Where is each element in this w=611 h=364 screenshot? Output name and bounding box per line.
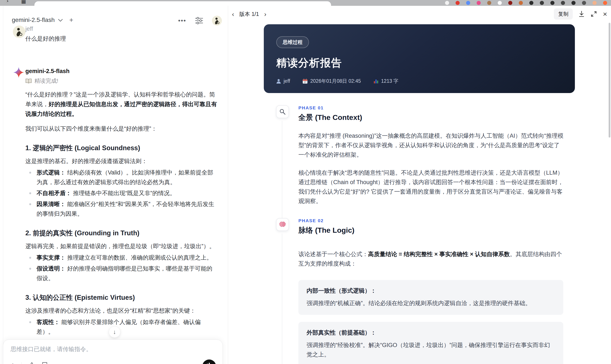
phase-label: PHASE 01: [298, 105, 575, 110]
card-title: 外部真实性（前提基础）：: [306, 329, 555, 337]
browser-chrome-bar: ◔ ▦: [0, 0, 611, 6]
reload-icon[interactable]: ◔: [6, 0, 9, 4]
settings-sliders-icon[interactable]: [195, 17, 203, 25]
extension-icon[interactable]: [498, 1, 502, 5]
assistant-message: gemini-2.5-flash 精读完成! “什么是好的推理？”这是一个涉及逻…: [13, 68, 215, 364]
expand-fullscreen-icon[interactable]: [590, 11, 597, 17]
section-heading: 2. 前提的真实性 (Grounding in Truth): [25, 229, 217, 238]
attach-plus-button[interactable]: +: [11, 362, 15, 364]
phase-lead: 该论述基于一个核心公式：高质量结论 = 结构完整性 × 事实准确性 × 认知自律…: [298, 249, 565, 268]
prev-version-button[interactable]: ‹: [232, 11, 234, 17]
svg-text:17: 17: [304, 81, 306, 83]
card-title: 内部一致性（形式逻辑）：: [306, 287, 555, 295]
list-item: 客观性： 能够识别并尽量排除个人偏见（如幸存者偏差、确认偏差）。: [25, 317, 217, 337]
extension-icon[interactable]: [571, 1, 575, 5]
account-avatar[interactable]: [212, 16, 222, 26]
extension-icon[interactable]: [487, 1, 491, 5]
more-options-button[interactable]: •••: [178, 17, 186, 24]
bookmark-icon[interactable]: [42, 362, 48, 364]
user-avatar: [13, 26, 25, 38]
sparkle-tools-icon[interactable]: [28, 362, 36, 364]
copy-button[interactable]: 复制: [554, 8, 573, 20]
brain-icon: [276, 218, 289, 231]
report-title: 精读分析报告: [276, 56, 562, 70]
extension-icon[interactable]: [593, 1, 597, 5]
meta-author: jeff: [284, 78, 290, 84]
section-lead: 这涉及推理者的心态和方法论，也是区分“杠精”和“思想家”的关键：: [25, 306, 217, 316]
section-lead: 逻辑再完美，如果前提是错误的，推理也是垃圾（即“垃圾进，垃圾出”）。: [25, 242, 217, 251]
chat-panel: gemini-2.5-flash + •••: [0, 6, 228, 364]
word-count-icon: [373, 79, 379, 84]
phase-label: PHASE 02: [298, 218, 575, 223]
version-label: 版本 1/1: [239, 11, 259, 18]
download-icon[interactable]: [578, 11, 585, 17]
phase-paragraph: 核心情境在于解决“思考的随意性”问题。不论是人类通过批判性思维进行决策，还是大语…: [298, 168, 565, 206]
list-item: 不自相矛盾： 推理链条中不能出现“既是又非”的情况。: [25, 188, 217, 198]
bullet-list: 形式逻辑： 结构必须有效（Valid）。比如演绎推理中，如果前提全部为真，那么通…: [25, 168, 217, 219]
list-item: 形式逻辑： 结构必须有效（Valid）。比如演绎推理中，如果前提全部为真，那么通…: [25, 168, 217, 187]
dimension-card: 外部真实性（前提基础）： 强调推理的“经验校准”。解决“GIGO（垃圾进，垃圾出…: [298, 322, 563, 364]
assistant-name: gemini-2.5-flash: [25, 68, 215, 75]
user-message: jeff 什么是好的推理: [13, 26, 215, 42]
document-panel: ‹ 版本 1/1 › 复制 ×: [228, 6, 611, 364]
scrollbar-thumb[interactable]: [609, 23, 610, 138]
user-name: jeff: [25, 26, 215, 32]
new-chat-button[interactable]: +: [69, 16, 73, 23]
dimension-card: 内部一致性（形式逻辑）： 强调推理的“机械正确”。结论必须在给定的规则系统内逻辑…: [298, 280, 563, 315]
browser-url-bar[interactable]: [34, 1, 331, 6]
hero-badge: 思维过程: [276, 36, 309, 48]
browser-nav-icons: ◔ ▦: [6, 0, 26, 4]
calendar-icon: 17: [303, 79, 308, 84]
chat-header: gemini-2.5-flash + •••: [0, 6, 228, 26]
section-lead: 这是推理的基石。好的推理必须遵循逻辑法则：: [25, 156, 217, 166]
extension-icon[interactable]: [582, 1, 586, 5]
next-version-button[interactable]: ›: [264, 11, 266, 17]
voice-input-button[interactable]: [202, 360, 216, 364]
phase-section-context: PHASE 01 全景 (The Context) 本内容是对“推理 (Reas…: [264, 105, 575, 206]
app-window: gemini-2.5-flash + •••: [0, 6, 611, 364]
bullet-list: 事实支撑： 推理建立在可靠的数据、准确的观测或公认的真理之上。 假设透明： 好的…: [25, 253, 217, 283]
extension-icon[interactable]: [603, 1, 607, 5]
model-title[interactable]: gemini-2.5-flash: [12, 16, 55, 23]
extension-icon[interactable]: [561, 1, 565, 5]
close-icon[interactable]: ×: [603, 10, 607, 18]
list-item: 事实支撑： 推理建立在可靠的数据、准确的观测或公认的真理之上。: [25, 253, 217, 263]
grid-icon[interactable]: ▦: [21, 0, 26, 4]
chevron-down-icon[interactable]: [58, 19, 63, 22]
document-scroll-area[interactable]: 思维过程 精读分析报告 jeff 17 2026年01月08日 02:45: [228, 22, 611, 364]
document-toolbar: ‹ 版本 1/1 › 复制 ×: [228, 6, 611, 22]
user-message-text: 什么是好的推理: [25, 35, 215, 42]
extension-icon[interactable]: [477, 1, 481, 5]
message-composer[interactable]: 思维接口已就绪，请传输指令。 +: [3, 339, 223, 364]
extension-icon[interactable]: [456, 1, 460, 5]
book-icon: [25, 78, 32, 84]
list-item: 假设透明： 好的推理会明确指明哪些是已知事实，哪些是基于可能的假设。: [25, 264, 217, 283]
assistant-overview: 我们可以从以下四个维度来衡量什么是“好的推理”：: [25, 124, 217, 134]
extension-icon[interactable]: [540, 1, 544, 5]
author-icon: [276, 79, 281, 84]
extension-icon[interactable]: [519, 1, 523, 5]
extension-icon[interactable]: [508, 1, 512, 5]
card-body: 强调推理的“经验校准”。解决“GIGO（垃圾进，垃圾出）”问题，确保推理引擎运行…: [306, 340, 555, 359]
section-heading: 3. 认知的公正性 (Epistemic Virtues): [25, 293, 217, 302]
composer-placeholder: 思维接口已就绪，请传输指令。: [11, 345, 215, 353]
phase-title: 脉络 (The Logic): [298, 225, 575, 235]
report-hero-card: 思维过程 精读分析报告 jeff 17 2026年01月08日 02:45: [264, 24, 575, 93]
browser-extensions-row: [445, 1, 607, 5]
phase-section-logic: PHASE 02 脉络 (The Logic) 该论述基于一个核心公式：高质量结…: [264, 218, 575, 364]
gemini-logo-icon: [13, 67, 24, 78]
assistant-status: 精读完成!: [25, 77, 215, 85]
scroll-to-bottom-button[interactable]: ↓: [109, 326, 120, 338]
extension-icon[interactable]: [529, 1, 533, 5]
arrow-down-icon: ↓: [113, 328, 116, 335]
chat-scroll-area[interactable]: jeff 什么是好的推理 gemini-2.5-flash: [0, 26, 228, 364]
section-heading: 1. 逻辑的严密性 (Logical Soundness): [25, 143, 217, 153]
report-meta: jeff 17 2026年01月08日 02:45 1213 字: [276, 78, 562, 84]
extension-icon[interactable]: [466, 1, 470, 5]
meta-word-count: 1213 字: [381, 78, 398, 84]
extension-icon[interactable]: [550, 1, 555, 5]
extension-icon[interactable]: [445, 1, 449, 5]
magnifier-icon: [276, 105, 289, 118]
phase-title: 全景 (The Context): [298, 113, 575, 122]
meta-date: 2026年01月08日 02:45: [310, 78, 361, 84]
